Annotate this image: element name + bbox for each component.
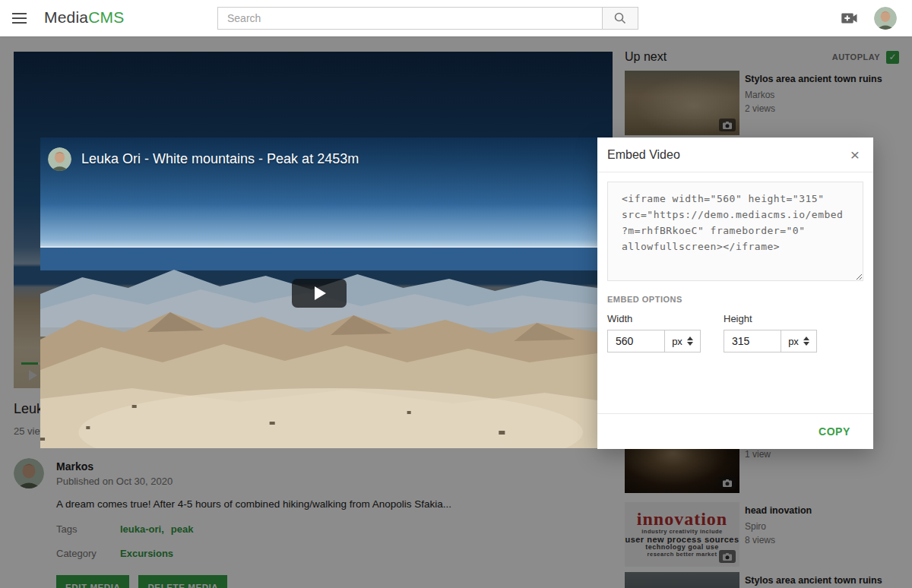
modal-footer: COPY [597, 413, 873, 449]
preview-play-button[interactable] [292, 279, 347, 308]
width-label: Width [607, 313, 701, 324]
preview-author-avatar[interactable] [48, 147, 71, 171]
height-input[interactable] [724, 330, 781, 352]
search-bar [217, 7, 638, 30]
preview-video-title[interactable]: Leuka Ori - White mountains - Peak at 24… [81, 151, 359, 167]
logo-text-media: Media [44, 8, 88, 26]
copy-button[interactable]: COPY [819, 425, 850, 438]
search-button[interactable] [602, 7, 638, 30]
preview-header: Leuka Ori - White mountains - Peak at 24… [48, 147, 359, 171]
search-icon [613, 11, 627, 25]
play-icon [315, 286, 326, 300]
width-field: Width px [607, 313, 701, 352]
modal-title: Embed Video [607, 148, 680, 162]
videocam-plus-icon [841, 13, 857, 24]
navbar-right [841, 0, 897, 36]
height-input-group: px [724, 330, 817, 352]
logo-text-cms: CMS [88, 8, 124, 26]
close-button[interactable]: × [847, 147, 863, 163]
embed-video-preview[interactable]: Leuka Ori - White mountains - Peak at 24… [40, 138, 597, 448]
spinner-arrows-icon [803, 337, 809, 346]
height-field: Height px [724, 313, 817, 352]
user-avatar-image [874, 7, 897, 30]
logo[interactable]: MediaCMS [44, 8, 124, 27]
modal-header: Embed Video × [597, 138, 873, 172]
embed-code-textarea[interactable]: <iframe width="560" height="315" src="ht… [607, 182, 863, 281]
search-input[interactable] [217, 7, 603, 30]
top-navbar: MediaCMS [0, 0, 912, 36]
height-label: Height [724, 313, 817, 324]
height-unit-select[interactable]: px [781, 330, 817, 352]
preview-avatar-image [48, 147, 71, 171]
add-media-button[interactable] [841, 13, 857, 24]
width-input[interactable] [607, 330, 665, 352]
page: MediaCMS Leuka Ori - White mountains - P… [0, 0, 912, 588]
modal-body: <iframe width="560" height="315" src="ht… [597, 172, 873, 352]
embed-modal: Embed Video × <iframe width="560" height… [597, 138, 873, 449]
hamburger-icon [12, 13, 32, 24]
close-icon: × [850, 146, 860, 163]
unit-label: px [788, 336, 799, 347]
width-input-group: px [607, 330, 701, 352]
embed-options-label: EMBED OPTIONS [607, 295, 863, 304]
menu-button[interactable] [12, 9, 32, 27]
width-unit-select[interactable]: px [664, 330, 701, 352]
dimensions-row: Width px Height px [607, 313, 863, 352]
spinner-arrows-icon [687, 337, 693, 346]
unit-label: px [672, 336, 682, 347]
user-avatar[interactable] [874, 7, 897, 30]
